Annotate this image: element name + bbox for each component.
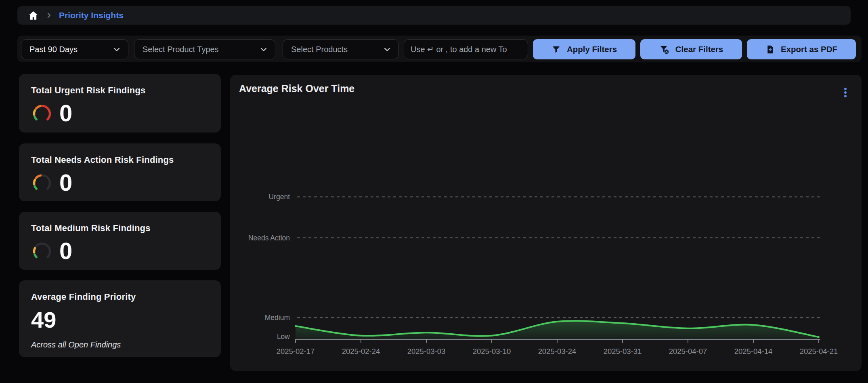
svg-text:2025-03-10: 2025-03-10 <box>473 347 511 356</box>
svg-text:Low: Low <box>277 332 290 341</box>
export-pdf-button[interactable]: Export as PDF <box>747 39 856 59</box>
product-types-select[interactable]: Select Product Types <box>134 39 275 59</box>
time-range-select[interactable]: Past 90 Days <box>21 39 128 59</box>
stat-card-value: 0 <box>59 239 72 263</box>
stat-card-avg-priority: Average Finding Priority 49 Across all O… <box>19 280 221 357</box>
svg-text:2025-03-24: 2025-03-24 <box>538 347 577 356</box>
svg-text:2025-04-14: 2025-04-14 <box>734 347 773 356</box>
clear-filters-label: Clear Filters <box>675 44 723 54</box>
svg-text:Urgent: Urgent <box>268 193 290 201</box>
product-types-placeholder: Select Product Types <box>143 45 219 54</box>
apply-filters-label: Apply Filters <box>567 44 617 54</box>
filter-clear-icon <box>659 44 669 55</box>
home-icon <box>28 10 39 21</box>
svg-text:2025-04-07: 2025-04-07 <box>669 347 707 356</box>
chevron-down-icon <box>382 44 392 54</box>
chevron-down-icon <box>259 44 268 54</box>
stat-card-title: Total Medium Risk Findings <box>31 223 209 234</box>
filter-icon <box>551 45 561 54</box>
time-range-value: Past 90 Days <box>29 45 78 54</box>
stat-card-needs-action: Total Needs Action Risk Findings 0 <box>19 143 221 201</box>
svg-text:2025-03-03: 2025-03-03 <box>407 347 446 356</box>
svg-text:2025-04-21: 2025-04-21 <box>800 347 838 356</box>
svg-text:Needs Action: Needs Action <box>248 234 290 242</box>
apply-filters-button[interactable]: Apply Filters <box>533 39 635 59</box>
export-pdf-label: Export as PDF <box>781 44 837 54</box>
svg-text:2025-03-31: 2025-03-31 <box>604 347 642 356</box>
breadcrumb-separator-icon <box>45 12 52 19</box>
stat-card-value: 49 <box>31 309 209 331</box>
stat-card-urgent: Total Urgent Risk Findings 0 <box>19 74 221 133</box>
clear-filters-button[interactable]: Clear Filters <box>640 39 742 59</box>
breadcrumb: Priority Insights <box>17 6 851 25</box>
home-button[interactable] <box>28 10 39 21</box>
page: Priority Insights Past 90 Days Select Pr… <box>0 0 868 383</box>
chevron-down-icon <box>112 44 122 54</box>
stat-card-title: Total Urgent Risk Findings <box>31 85 209 96</box>
stat-card-title: Total Needs Action Risk Findings <box>31 155 209 165</box>
svg-text:2025-02-17: 2025-02-17 <box>277 347 315 356</box>
risk-chart: UrgentNeeds ActionMediumLow2025-02-17202… <box>230 75 862 371</box>
stat-card-value: 0 <box>59 171 72 194</box>
breadcrumb-current[interactable]: Priority Insights <box>59 11 124 20</box>
stat-card-medium: Total Medium Risk Findings 0 <box>19 212 221 270</box>
stat-card-value: 0 <box>59 101 72 125</box>
stat-card-subtitle: Across all Open Findings <box>31 340 209 349</box>
products-select[interactable]: Select Products <box>283 39 399 59</box>
gauge-high-icon <box>31 102 53 124</box>
products-placeholder: Select Products <box>291 45 348 54</box>
svg-text:2025-02-24: 2025-02-24 <box>342 347 380 356</box>
stat-card-title: Average Finding Priority <box>31 292 209 302</box>
svg-text:Medium: Medium <box>265 314 290 322</box>
chart-card: Average Risk Over Time UrgentNeeds Actio… <box>230 75 862 371</box>
gauge-low-icon <box>31 240 53 262</box>
tag-input[interactable] <box>404 39 528 59</box>
gauge-medium-icon <box>31 172 53 194</box>
export-pdf-icon <box>765 45 775 54</box>
